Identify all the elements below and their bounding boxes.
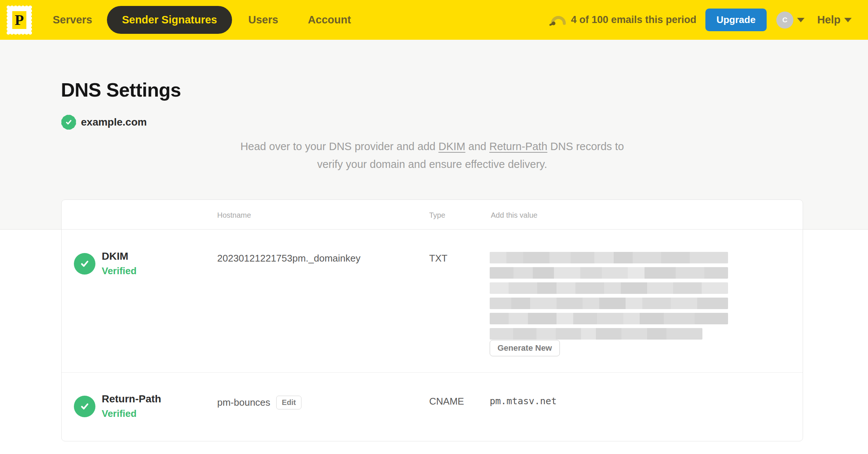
help-menu-button[interactable]: Help bbox=[817, 14, 852, 26]
nav-item-sender-signatures[interactable]: Sender Signatures bbox=[107, 6, 232, 34]
value-cell: pm.mtasv.net bbox=[490, 396, 557, 406]
top-nav: P Servers Sender Signatures Users Accoun… bbox=[0, 0, 868, 40]
upgrade-button[interactable]: Upgrade bbox=[705, 9, 767, 31]
status-badge: Verified bbox=[102, 265, 137, 277]
record-name: Return-Path bbox=[102, 393, 161, 405]
record-label: DKIM Verified bbox=[102, 250, 137, 277]
status-badge: Verified bbox=[102, 408, 161, 419]
generate-new-button[interactable]: Generate New bbox=[490, 340, 560, 356]
table-header-row: Hostname Type Add this value bbox=[62, 200, 803, 230]
record-label: Return-Path Verified bbox=[102, 393, 161, 419]
usage-summary: 4 of 100 emails this period bbox=[571, 14, 696, 26]
hostname-value: pm-bounces bbox=[217, 397, 270, 408]
column-header-value: Add this value bbox=[491, 211, 538, 220]
domain-name: example.com bbox=[81, 116, 147, 128]
domain-row: example.com bbox=[61, 114, 147, 130]
postmark-logo-inner: P bbox=[12, 11, 26, 29]
edit-button[interactable]: Edit bbox=[276, 396, 301, 409]
usage-gauge-icon bbox=[549, 13, 567, 27]
account-menu-button[interactable]: C bbox=[776, 12, 805, 29]
description-line-1: Head over to your DNS provider and add D… bbox=[61, 137, 803, 155]
nav-item-account[interactable]: Account bbox=[308, 14, 351, 26]
type-cell: TXT bbox=[429, 253, 447, 264]
nav-item-users[interactable]: Users bbox=[248, 14, 278, 26]
nav-right-group: 4 of 100 emails this period Upgrade C He… bbox=[549, 0, 852, 40]
description-line-2: verify your domain and ensure effective … bbox=[61, 155, 803, 173]
help-label: Help bbox=[817, 14, 841, 26]
verified-check-icon bbox=[74, 253, 95, 275]
redacted-dkim-value bbox=[490, 252, 728, 343]
avatar: C bbox=[776, 12, 793, 29]
return-path-link[interactable]: Return-Path bbox=[489, 140, 547, 152]
verified-check-icon bbox=[74, 396, 95, 417]
dkim-link[interactable]: DKIM bbox=[438, 140, 466, 152]
table-row-dkim: DKIM Verified 20230121221753pm._domainke… bbox=[62, 230, 803, 372]
postmark-logo[interactable]: P bbox=[7, 6, 32, 35]
column-header-hostname: Hostname bbox=[217, 211, 251, 220]
postmark-logo-letter: P bbox=[15, 13, 24, 27]
nav-item-servers[interactable]: Servers bbox=[53, 14, 92, 26]
dns-records-card: Hostname Type Add this value DKIM Verifi… bbox=[61, 200, 803, 441]
verified-seal-icon bbox=[61, 114, 76, 130]
description-text: and bbox=[465, 140, 489, 152]
description-text: DNS records to bbox=[547, 140, 624, 152]
table-row-return-path: Return-Path Verified pm-bounces Edit CNA… bbox=[62, 372, 803, 441]
type-cell: CNAME bbox=[429, 396, 464, 407]
description-text: Head over to your DNS provider and add bbox=[240, 140, 438, 152]
page-title: DNS Settings bbox=[61, 79, 181, 101]
hostname-cell: 20230121221753pm._domainkey bbox=[217, 253, 360, 264]
hostname-cell: pm-bounces Edit bbox=[217, 396, 301, 409]
chevron-down-icon bbox=[844, 18, 852, 22]
chevron-down-icon bbox=[797, 18, 805, 22]
record-name: DKIM bbox=[102, 250, 137, 262]
column-header-type: Type bbox=[429, 211, 445, 220]
page-description: Head over to your DNS provider and add D… bbox=[61, 137, 803, 173]
